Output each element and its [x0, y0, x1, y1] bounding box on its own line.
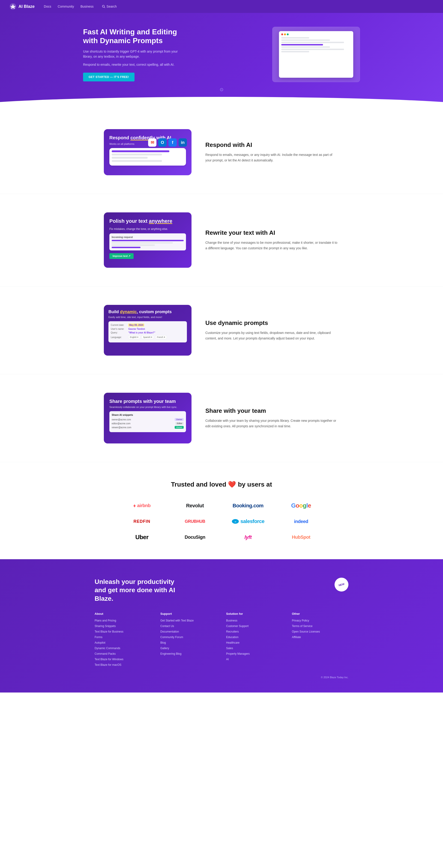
share-row-1: owner@acme.com Owner — [112, 418, 184, 421]
respond-text: Respond with AI Respond to emails, messa… — [205, 142, 339, 163]
hero-cta-button[interactable]: GET STARTED — IT'S FREE! — [83, 73, 135, 82]
footer-link[interactable]: Community Forum — [160, 636, 183, 639]
footer-cta-inner: Unleash your productivity and get more d… — [95, 578, 348, 612]
share-title: Share with your team — [205, 407, 339, 414]
share-role: Editor — [175, 422, 184, 425]
footer-support-links: Get Started with Text Blaze Contact Us D… — [160, 618, 217, 656]
form-label: User's name: — [111, 328, 127, 330]
language-dropdown2[interactable]: Spanish ▾ — [142, 335, 154, 339]
footer-link[interactable]: Business — [226, 619, 237, 622]
dynamic-visual: Build dynamic, custom prompts Easily add… — [104, 305, 191, 355]
dynamic-form: Current date: May 09, 2024 User's name: … — [109, 321, 187, 342]
footer-link[interactable]: Customer Support — [226, 624, 248, 628]
polish-line — [112, 240, 184, 241]
nav-business[interactable]: Business — [81, 5, 94, 8]
window-dot-yellow — [284, 33, 286, 35]
footer-link[interactable]: Autopilot — [95, 641, 106, 644]
footer-other-col: Other Privacy Policy Terms of Service Op… — [292, 612, 348, 667]
footer-link[interactable]: Blog — [160, 641, 166, 644]
footer-link[interactable]: Text Blaze for Business — [95, 630, 123, 633]
chat-line — [112, 160, 162, 162]
footer-support-col: Support Get Started with Text Blaze Cont… — [160, 612, 217, 667]
ai-blaze-icon — [9, 3, 17, 10]
footer-solution-title: Solution for — [226, 612, 283, 616]
form-label: Current date: — [111, 324, 127, 326]
window-dot-green — [287, 33, 289, 35]
brand-logo[interactable]: AI Blaze — [9, 3, 35, 10]
share-inner-title: Share AI snippets — [112, 413, 184, 416]
footer-link[interactable]: Forms — [95, 636, 102, 639]
footer-link[interactable]: Sharing Snippets — [95, 624, 116, 628]
footer-link[interactable]: Get Started with Text Blaze — [160, 619, 194, 622]
nav-community[interactable]: Community — [58, 5, 74, 8]
dynamic-desc: Customize your prompts by using text fie… — [205, 330, 339, 341]
share-desc: Collaborate with your team by sharing yo… — [205, 418, 339, 429]
polish-sub: Fix mistakes, change the tone, or anythi… — [109, 227, 186, 230]
polish-line — [112, 242, 173, 244]
new-badge: NEW — [333, 576, 350, 593]
dynamic-title: Use dynamic prompts — [205, 319, 339, 327]
footer-link[interactable]: Sales — [226, 647, 233, 650]
form-label: Language: — [111, 336, 127, 339]
footer-link[interactable]: Command Packs — [95, 652, 116, 655]
form-value: Gaurav Tandon — [128, 328, 145, 330]
footer-link[interactable]: Dynamic Commands — [95, 647, 120, 650]
hero-content: Fast AI Writing and Editing with Dynamic… — [83, 27, 180, 82]
footer-link[interactable]: Gallery — [160, 647, 169, 650]
footer-link[interactable]: Text Blaze for Windows — [95, 658, 123, 661]
language-dropdown[interactable]: English ▾ — [128, 335, 140, 339]
footer-cta-title: Unleash your productivity and get more d… — [95, 578, 187, 603]
language-dropdown3[interactable]: French ▾ — [155, 335, 167, 339]
footer-link[interactable]: Contact Us — [160, 624, 174, 628]
mock-line — [281, 39, 330, 41]
salesforce-icon: sf — [232, 519, 239, 524]
nav-docs[interactable]: Docs — [44, 5, 51, 8]
footer-support-title: Support — [160, 612, 217, 616]
share-row-2: editor@acme.com Editor — [112, 422, 184, 425]
chat-mock — [109, 148, 186, 165]
polish-inner-card: Incoming request — [109, 234, 186, 250]
footer-link[interactable]: Terms of Service — [292, 624, 313, 628]
footer-link[interactable]: Open Source Licenses — [292, 630, 320, 633]
footer-other-links: Privacy Policy Terms of Service Open Sou… — [292, 618, 348, 639]
footer-link[interactable]: Text Blaze for macOS — [95, 663, 121, 666]
share-card-sub: Seamlessly collaborate on your prompt li… — [109, 406, 186, 408]
footer-link[interactable]: AI — [226, 658, 229, 661]
footer-link[interactable]: Documentation — [160, 630, 179, 633]
polish-card: Polish your text anywhere Fix mistakes, … — [104, 212, 191, 268]
dynamic-text: Use dynamic prompts Customize your promp… — [205, 319, 339, 341]
scroll-indicator[interactable]: ⊙ — [9, 87, 434, 92]
footer-link[interactable]: Education — [226, 636, 238, 639]
share-role: Owner — [175, 418, 184, 421]
polish-line — [112, 244, 155, 246]
respond-title: Respond with AI — [205, 142, 339, 149]
polish-cta-button[interactable]: Improve text ↗ — [109, 253, 134, 259]
footer-link[interactable]: Privacy Policy — [292, 619, 309, 622]
rewrite-section: Rewrite your text with AI Change the ton… — [95, 194, 348, 286]
polish-inner-title: Incoming request — [112, 236, 184, 239]
footer-about-title: About — [95, 612, 151, 616]
footer-link[interactable]: Recruiters — [226, 630, 239, 633]
brand-redfin: REDFIN — [134, 519, 150, 524]
rewrite-title: Rewrite your text with AI — [205, 229, 339, 236]
footer-link[interactable]: Healthcare — [226, 641, 239, 644]
polish-title: Polish your text anywhere — [109, 218, 186, 225]
brand-grubhub: GRUBHUB — [185, 519, 205, 524]
platform-icons: ✉ O f in — [148, 138, 187, 147]
brand-lyft: lyft — [244, 534, 252, 540]
share-card: Share prompts with your team Seamlessly … — [104, 393, 191, 443]
brand-airbnb: ♦ airbnb — [134, 503, 151, 509]
footer-link[interactable]: Affiliate — [292, 636, 301, 639]
navbar: AI Blaze Docs Community Business Search — [0, 0, 443, 13]
footer-link[interactable]: Plans and Pricing — [95, 619, 116, 622]
heart-icon: ❤️ — [228, 481, 238, 488]
window-dot-red — [281, 33, 283, 35]
rewrite-text: Rewrite your text with AI Change the ton… — [205, 229, 339, 251]
nav-search[interactable]: Search — [102, 5, 117, 8]
search-icon — [102, 5, 105, 8]
footer-about-links: Plans and Pricing Sharing Snippets Text … — [95, 618, 151, 667]
footer: Unleash your productivity and get more d… — [0, 559, 443, 692]
footer-copyright: © 2024 Blaze Today Inc. — [95, 676, 348, 679]
footer-link[interactable]: Engineering Blog — [160, 652, 181, 655]
footer-link[interactable]: Property Managers — [226, 652, 249, 655]
